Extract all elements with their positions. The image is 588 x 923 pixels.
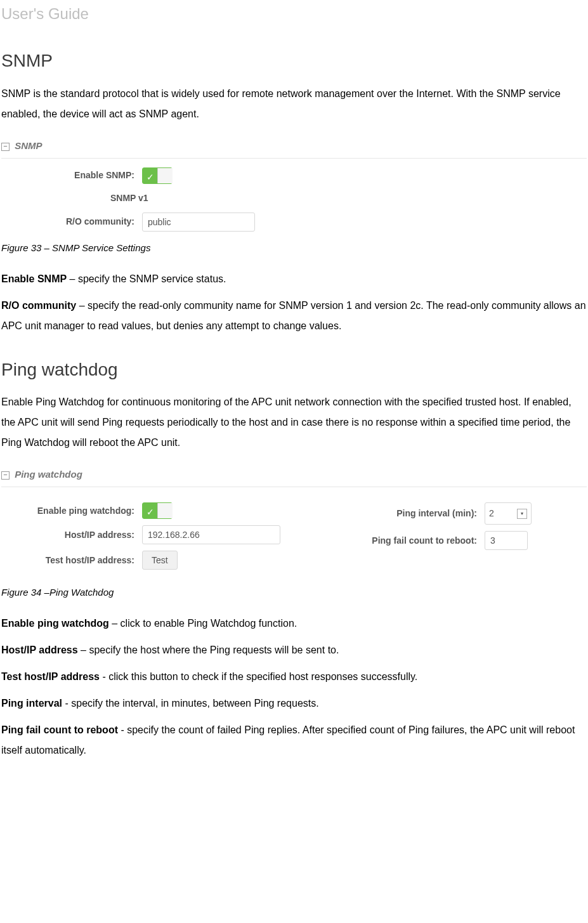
enable-ping-toggle[interactable]: ✓ [142,502,173,519]
enable-snmp-toggle[interactable]: ✓ [142,167,173,184]
def-host-ip: Host/IP address – specify the host where… [1,640,587,660]
def-ping-interval: Ping interval - specify the interval, in… [1,693,587,714]
ping-heading: Ping watchdog [1,354,587,386]
def-enable-ping-term: Enable ping watchdog [1,618,109,629]
def-enable-snmp-text: – specify the SNMP service status. [67,273,226,284]
snmp-panel-head[interactable]: − SNMP [1,136,587,159]
snmp-panel: − SNMP Enable SNMP: ✓ SNMP v1 R/O commun… [1,136,587,232]
enable-snmp-label: Enable SNMP: [1,167,142,183]
def-ping-failcount-term: Ping fail count to reboot [1,724,118,735]
page-header: User's Guide [1,0,587,27]
ping-figure-caption: Figure 34 –Ping Watchdog [1,584,587,601]
ping-failcount-label: Ping fail count to reboot: [331,533,485,549]
check-icon: ✓ [147,504,154,520]
snmp-panel-title: SNMP [15,140,42,151]
ro-community-input[interactable] [142,213,255,232]
def-test-host-term: Test host/IP address [1,671,100,682]
def-ro-community-text: – specify the read-only community name f… [1,300,586,331]
ping-panel-title: Ping watchdog [15,469,82,480]
host-ip-label: Host/IP address: [1,527,142,543]
def-ro-community-term: R/O community [1,300,76,311]
ping-panel-head[interactable]: − Ping watchdog [1,464,587,487]
snmp-intro: SNMP is the standard protocol that is wi… [1,84,587,124]
host-ip-input[interactable] [142,525,280,544]
ping-interval-label: Ping interval (min): [331,506,485,521]
ro-community-label: R/O community: [1,214,142,230]
def-ping-interval-text: - specify the interval, in minutes, betw… [62,698,319,709]
ping-interval-value: 2 [489,506,494,521]
ping-failcount-input[interactable] [485,531,528,550]
ping-intro: Enable Ping Watchdog for continuous moni… [1,392,587,453]
ping-interval-select[interactable]: 2 ▾ [485,502,532,525]
collapse-icon[interactable]: − [1,143,10,151]
test-button[interactable]: Test [142,551,178,570]
def-ping-failcount: Ping fail count to reboot - specify the … [1,720,587,761]
def-ro-community: R/O community – specify the read-only co… [1,296,587,336]
collapse-icon[interactable]: − [1,471,10,480]
chevron-down-icon: ▾ [517,509,527,519]
enable-ping-label: Enable ping watchdog: [1,503,142,519]
snmp-figure-caption: Figure 33 – SNMP Service Settings [1,239,587,256]
def-host-ip-text: – specify the host where the Ping reques… [78,645,339,655]
toggle-knob [157,503,173,518]
test-host-label: Test host/IP address: [1,553,142,568]
def-test-host: Test host/IP address - click this button… [1,667,587,687]
def-enable-ping-text: – click to enable Ping Watchdog function… [109,618,297,629]
toggle-knob [157,168,173,183]
snmp-heading: SNMP [1,45,587,77]
def-ping-interval-term: Ping interval [1,698,62,709]
def-enable-ping: Enable ping watchdog – click to enable P… [1,613,587,634]
def-enable-snmp: Enable SNMP – specify the SNMP service s… [1,269,587,289]
snmp-version-label: SNMP v1 [110,190,587,206]
def-test-host-text: - click this button to check if the spec… [100,671,417,682]
def-host-ip-term: Host/IP address [1,645,78,655]
def-enable-snmp-term: Enable SNMP [1,273,67,284]
ping-panel: − Ping watchdog Enable ping watchdog: ✓ … [1,464,587,576]
check-icon: ✓ [147,169,154,185]
